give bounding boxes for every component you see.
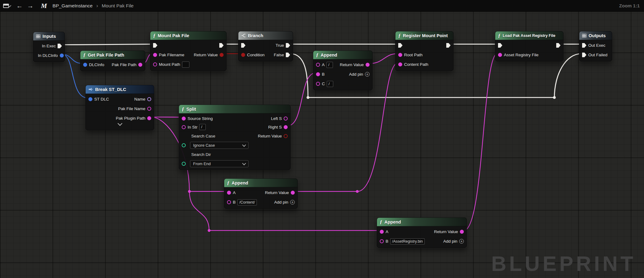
reroute-node[interactable] [356, 190, 358, 193]
pin-out-name[interactable] [147, 97, 151, 101]
pin-exec-out[interactable] [219, 43, 224, 48]
pin-out-return-value[interactable] [284, 134, 288, 138]
search-dir-dropdown[interactable]: From End [190, 160, 249, 167]
node-header[interactable]: ƒ Mount Pak File [150, 31, 226, 40]
pin-exec-in[interactable] [398, 43, 403, 48]
pin-in-condition[interactable] [241, 53, 245, 57]
node-get-pak-file-path[interactable]: ƒ Get Pak File Path DLCInfo Pak File Pat… [80, 50, 145, 71]
node-append-top[interactable]: ƒ Append A / Return Value B Add pin + C [313, 50, 373, 90]
pin-in-b[interactable] [227, 200, 231, 204]
pin-out-left-s[interactable] [284, 117, 288, 121]
pin-in-c[interactable] [316, 82, 320, 86]
pin-in-search-dir[interactable] [182, 162, 186, 166]
pin-in-source-string[interactable] [182, 117, 186, 121]
pin-in-in-str[interactable] [182, 125, 186, 129]
reroute-node[interactable] [306, 96, 309, 99]
pin-exec-in-out-exec[interactable] [582, 43, 586, 48]
pin-exec-out-true[interactable] [286, 43, 290, 48]
mount-path-field[interactable] [182, 62, 189, 68]
wire-exec-inputs-to-mountpak[interactable] [62, 44, 152, 45]
wire-str-append-registry-to-loadpak[interactable] [464, 54, 497, 231]
pin-in-b[interactable] [316, 72, 320, 76]
node-append-content[interactable]: ƒ Append A Return Value B /Content/ Add … [224, 178, 298, 209]
pin-exec-out[interactable] [556, 43, 561, 48]
wire-str-pluginpath-to-split[interactable] [151, 117, 181, 117]
pin-out-in-dlcinfo[interactable] [60, 54, 64, 58]
node-header[interactable]: ƒ Append [313, 51, 372, 59]
pin-out-return-value[interactable] [460, 230, 464, 234]
pin-exec-in[interactable] [498, 43, 502, 48]
add-pin-button[interactable]: Add pin + [349, 72, 370, 77]
pin-in-pak-filename[interactable] [153, 53, 157, 57]
back-button[interactable]: ← [16, 2, 23, 9]
expand-node-button[interactable] [86, 122, 154, 129]
b-field[interactable]: /Content/ [237, 199, 257, 205]
pin-in-st-dlc[interactable] [88, 97, 92, 101]
node-header[interactable]: Inputs [33, 32, 65, 41]
pin-in-search-case[interactable] [182, 143, 186, 147]
pin-out-return-value[interactable] [220, 53, 224, 57]
wire-str-reroute-down[interactable] [189, 192, 209, 231]
pin-out-pak-plugin-path[interactable] [147, 116, 151, 120]
add-pin-button[interactable]: Add pin + [274, 200, 295, 205]
node-header[interactable]: Branch [238, 31, 293, 40]
node-register-mount-point[interactable]: ƒ Register Mount Point Root Path Content… [395, 31, 454, 71]
wire-str-rights-to-append-top-b[interactable] [288, 73, 315, 126]
pin-in-a[interactable] [380, 230, 384, 234]
node-break-st-dlc[interactable]: Break ST_DLC ST DLC Name Pak File Name P… [85, 85, 154, 130]
pin-out-return-value[interactable] [366, 63, 370, 67]
node-load-pak-asset-registry-file[interactable]: ƒ Load Pak Asset Registry File Asset Reg… [495, 31, 564, 62]
pin-exec-in[interactable] [241, 43, 245, 48]
search-case-dropdown[interactable]: Ignore Case [190, 142, 249, 149]
reroute-node[interactable] [553, 96, 556, 99]
node-outputs[interactable]: Outputs Out Exec Out Failed [579, 31, 612, 62]
pin-exec-in-out-failed[interactable] [582, 53, 586, 57]
node-header[interactable]: ƒ Split [179, 105, 290, 113]
in-str-field[interactable]: / [199, 124, 206, 130]
breadcrumb-blueprint[interactable]: BP_GameInstance [53, 3, 93, 9]
pin-in-a[interactable] [227, 191, 231, 195]
node-header[interactable]: ƒ Register Mount Point [395, 31, 453, 40]
pin-in-mount-path[interactable] [153, 62, 157, 66]
pin-in-asset-registry-file[interactable] [498, 53, 502, 57]
wire-str-append-top-to-rootpath[interactable] [370, 54, 398, 64]
pin-exec-out-false[interactable] [286, 53, 290, 57]
add-pin-button[interactable]: Add pin + [443, 239, 464, 244]
pin-in-content-path[interactable] [398, 62, 402, 66]
pin-out-right-s[interactable] [284, 125, 288, 129]
pin-in-root-path[interactable] [398, 53, 402, 57]
a-field[interactable]: / [326, 62, 333, 68]
node-branch[interactable]: Branch True Condition False [238, 31, 293, 62]
pin-exec-in[interactable] [153, 43, 157, 48]
pin-out-pak-file-path[interactable] [138, 63, 142, 67]
c-field[interactable]: / [327, 81, 333, 87]
node-split[interactable]: ƒ Split Source String Left S In Str / Ri… [179, 105, 291, 170]
pin-label: DLCInfo [89, 62, 104, 67]
forward-button[interactable]: → [27, 2, 34, 9]
node-header[interactable]: ƒ Append [224, 179, 298, 187]
pin-out-return-value[interactable] [291, 191, 295, 195]
graph-canvas[interactable]: BLUEPRINT Inputs [0, 0, 644, 278]
chevron-down-icon [242, 143, 246, 147]
node-header[interactable]: Outputs [579, 31, 612, 40]
breadcrumb-current-graph[interactable]: Mount Pak File [102, 3, 133, 9]
node-header[interactable]: ƒ Load Pak Asset Registry File [495, 31, 563, 40]
node-header[interactable]: ƒ Append [377, 218, 467, 226]
pin-in-a[interactable] [316, 63, 320, 67]
b-field[interactable]: /AssetRegistry.bin [390, 238, 425, 244]
reroute-node[interactable] [188, 190, 191, 193]
node-inputs[interactable]: Inputs In Exec In DLCInfo [33, 32, 65, 62]
node-title: Outputs [589, 33, 606, 38]
node-append-registry[interactable]: ƒ Append A Return Value B /AssetRegistry… [377, 217, 467, 248]
pin-exec-out-in-exec[interactable] [58, 44, 62, 48]
pin-in-b[interactable] [380, 239, 384, 243]
node-header[interactable]: ƒ Get Pak File Path [80, 51, 145, 59]
reroute-node[interactable] [208, 229, 210, 232]
node-header[interactable]: Break ST_DLC [86, 85, 154, 94]
pin-in-dlcinfo[interactable] [83, 63, 87, 67]
breadcrumb-toolbar: ← → M BP_GameInstance › Mount Pak File Z… [0, 0, 644, 12]
pin-exec-out[interactable] [446, 43, 451, 48]
node-mount-pak-file[interactable]: ƒ Mount Pak File Pak Filename Return Val… [150, 31, 227, 71]
pin-out-pak-file-name[interactable] [147, 107, 151, 111]
graph-selector-button[interactable] [3, 4, 12, 8]
